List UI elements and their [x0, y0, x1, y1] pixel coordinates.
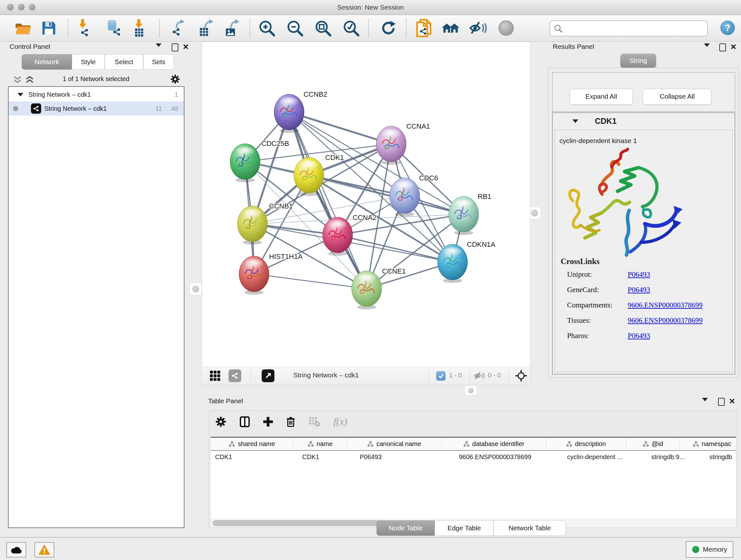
zoom-out-icon[interactable]	[286, 20, 303, 37]
search-input[interactable]	[565, 24, 707, 33]
results-panel-close-button[interactable]: ✕	[730, 44, 737, 50]
refresh-icon[interactable]	[381, 20, 396, 36]
network-edge[interactable]	[309, 175, 464, 214]
warnings-button[interactable]	[35, 542, 54, 557]
import-network-from-database-icon[interactable]	[105, 19, 122, 37]
table-cell[interactable]: CDK1	[211, 451, 298, 463]
zoom-fit-icon[interactable]	[315, 20, 331, 37]
network-node-RB1[interactable]	[449, 196, 479, 235]
network-node-CDKN1A[interactable]	[437, 244, 468, 283]
network-share-icon[interactable]	[228, 369, 241, 382]
table-cell[interactable]: stringdb	[705, 451, 736, 463]
control-panel-menu-button[interactable]	[156, 44, 161, 47]
network-node-CDC25B[interactable]	[230, 144, 260, 182]
tab-node-table[interactable]: Node Table	[377, 520, 434, 536]
network-canvas[interactable]: CCNB2CCNA1CDC25BCDK1CDC6RB1CCNB1CCNA2CDK…	[202, 42, 530, 367]
selected-checkbox-icon[interactable]	[436, 371, 446, 381]
network-edge[interactable]	[254, 274, 367, 289]
memory-button[interactable]: Memory	[686, 541, 733, 558]
network-node-CCNA1[interactable]	[376, 126, 406, 165]
preview-sphere-icon[interactable]	[498, 20, 514, 36]
collection-label: String Network – cdk1	[28, 91, 91, 98]
table-row[interactable]: CDK1CDK1P064939606.ENSP00000378699cyclin…	[211, 451, 736, 463]
show-columns-icon[interactable]	[240, 416, 250, 427]
export-network-icon[interactable]	[171, 19, 187, 37]
network-node-CCNA2[interactable]	[323, 217, 353, 256]
left-splitter-handle[interactable]	[190, 283, 202, 295]
export-image-icon[interactable]	[225, 19, 241, 37]
table-cell[interactable]: P06493	[355, 451, 455, 463]
import-network-icon[interactable]	[76, 19, 91, 37]
column-header-database-identifier[interactable]: database identifier	[442, 438, 546, 450]
network-row[interactable]: String Network – cdk1 11 48	[9, 102, 184, 116]
gene-section-header[interactable]: CDK1	[553, 113, 735, 129]
network-collection-row[interactable]: String Network – cdk1 1	[9, 87, 184, 102]
save-session-icon[interactable]	[42, 21, 56, 35]
crosslink-link[interactable]: P06493	[628, 270, 650, 286]
tab-string[interactable]: String	[620, 54, 656, 68]
column-header-namespac[interactable]: namespac	[680, 438, 736, 450]
hide-glasses-icon[interactable]	[469, 20, 487, 36]
column-header-name[interactable]: name	[293, 438, 347, 450]
crosslink-link[interactable]: P06493	[628, 332, 650, 347]
table-cell[interactable]: stringdb:9...	[647, 451, 705, 463]
tab-edge-table[interactable]: Edge Table	[434, 520, 494, 536]
control-panel-close-button[interactable]: ✕	[183, 44, 189, 50]
toolbar-separator	[469, 370, 470, 382]
crosslink-row: Tissues:9606.ENSP00000378699	[567, 316, 730, 332]
table-cell[interactable]: cyclin-dependent ...	[562, 451, 647, 463]
network-node-CCNB2[interactable]	[274, 94, 304, 133]
import-table-icon[interactable]	[132, 19, 147, 37]
crosslink-label: Pharos:	[567, 332, 628, 347]
network-edge[interactable]	[289, 112, 391, 144]
expand-all-button[interactable]: Expand All	[569, 89, 633, 105]
crosslink-link[interactable]: 9606.ENSP00000378699	[628, 301, 703, 316]
table-cell[interactable]: 9606.ENSP00000378699	[455, 451, 562, 463]
column-header-@id[interactable]: @id	[626, 438, 680, 450]
column-header-canonical-name[interactable]: canonical name	[347, 438, 442, 450]
collapse-all-button[interactable]: Collapse All	[643, 89, 712, 105]
open-in-window-icon[interactable]	[262, 369, 274, 382]
status-bar: Memory	[0, 537, 741, 560]
table-panel-menu-button[interactable]	[702, 398, 708, 401]
scrollbar-thumb[interactable]	[212, 520, 381, 526]
collection-expand-icon[interactable]	[17, 93, 23, 97]
bottom-splitter-handle[interactable]	[465, 386, 477, 395]
add-column-icon[interactable]	[263, 417, 273, 427]
home-icon[interactable]	[441, 20, 460, 36]
tab-select[interactable]: Select	[105, 54, 143, 70]
tab-network[interactable]: Network	[22, 54, 72, 70]
cloud-button[interactable]	[6, 542, 26, 557]
column-type-icon	[463, 441, 469, 447]
table-panel-close-button[interactable]: ✕	[729, 398, 735, 405]
results-panel-menu-button[interactable]	[704, 44, 710, 47]
gene-collapse-icon[interactable]	[572, 119, 578, 123]
tab-style[interactable]: Style	[72, 54, 105, 70]
crosslink-link[interactable]: 9606.ENSP00000378699	[628, 316, 703, 332]
column-header-shared-name[interactable]: shared name	[211, 438, 293, 450]
column-header-description[interactable]: description	[546, 438, 626, 450]
network-options-gear-icon[interactable]	[171, 74, 180, 84]
results-panel-float-button[interactable]	[719, 44, 726, 51]
table-panel-float-button[interactable]	[718, 398, 725, 406]
control-panel-float-button[interactable]	[172, 44, 179, 51]
network-node-CCNB1[interactable]	[238, 206, 267, 245]
help-button[interactable]: ?	[720, 20, 735, 35]
string-document-icon[interactable]	[416, 19, 433, 37]
network-edge[interactable]	[289, 112, 367, 289]
crosslink-link[interactable]: P06493	[628, 286, 650, 301]
zoom-selected-icon[interactable]	[343, 20, 359, 37]
fit-selected-crosshair-icon[interactable]	[514, 369, 528, 383]
delete-column-icon[interactable]	[286, 417, 295, 427]
tab-sets[interactable]: Sets	[143, 54, 174, 70]
network-node-CCNE1[interactable]	[352, 271, 382, 309]
birdseye-grid-icon[interactable]	[210, 370, 220, 382]
network-node-HIST1H1A[interactable]	[239, 256, 269, 295]
zoom-in-icon[interactable]	[259, 20, 275, 37]
table-cell[interactable]: CDK1	[298, 451, 355, 463]
open-session-icon[interactable]	[15, 21, 31, 35]
table-settings-gear-icon[interactable]	[215, 416, 226, 427]
export-table-icon[interactable]	[199, 19, 215, 37]
tab-network-table[interactable]: Network Table	[494, 520, 566, 536]
toolbar-separator	[368, 19, 369, 37]
